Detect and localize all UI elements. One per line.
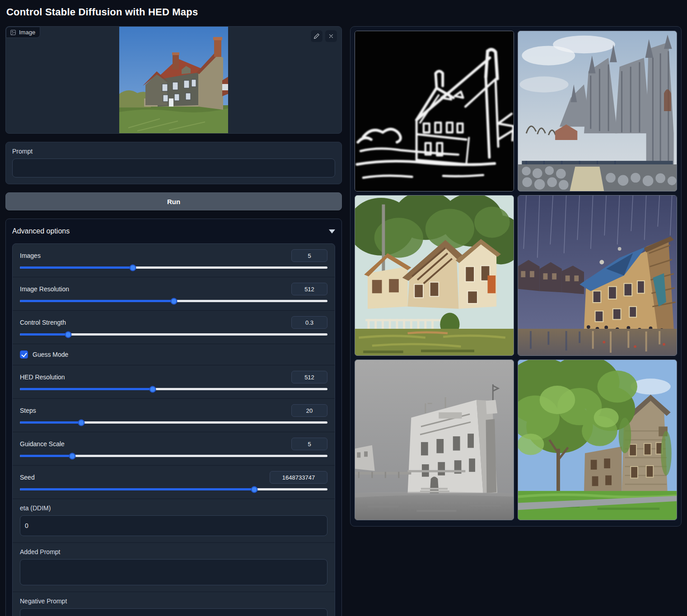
steps-value-input[interactable]: 20 [291,404,327,417]
steps-slider-track[interactable] [20,421,327,424]
hed-resolution-slider-label: HED Resolution [20,373,65,381]
uploaded-image[interactable] [6,27,341,133]
pencil-icon [313,33,320,39]
advanced-options-accordion: Advanced options Images 5 [5,219,342,616]
main-row: Image [5,26,682,616]
images-slider-fill [20,266,133,269]
page-title: Control Stable Diffusion with HED Maps [6,6,682,18]
prompt-input[interactable] [12,159,335,177]
image-component-label-text: Image [19,29,35,36]
negative-prompt-input[interactable] [20,608,327,616]
guidance-scale-value-input[interactable]: 5 [291,438,327,450]
control-strength-slider-handle[interactable] [65,331,71,338]
clear-image-button[interactable] [325,30,337,42]
slider-row-images: Images 5 [13,244,335,277]
cathedral-picture [518,31,677,191]
image-resolution-value-input[interactable]: 512 [291,283,327,295]
results-gallery [350,26,682,527]
grayscale-building-picture [355,360,514,520]
close-icon [328,33,334,39]
uploaded-image-picture [119,26,228,134]
seed-slider-fill [20,488,254,490]
image-upload-component[interactable]: Image [5,26,342,134]
eta-label: eta (DDIM) [20,504,327,512]
slider-row-seed: Seed 1648733747 [13,466,335,499]
added-prompt-input[interactable] [20,559,327,585]
stone-house-picture [518,360,677,520]
control-strength-slider-track[interactable] [20,333,327,336]
guidance-scale-slider-fill [20,455,72,457]
image-toolbar [311,30,337,42]
gallery-item-painted-house[interactable] [355,195,514,356]
control-strength-slider-label: Control Strength [20,319,66,326]
hed-resolution-slider-fill [20,388,153,390]
slider-row-control-strength: Control Strength 0.3 [13,311,335,344]
negative-prompt-label: Negative Prompt [20,597,327,605]
image-resolution-slider-track[interactable] [20,300,327,302]
steps-slider-label: Steps [20,407,36,414]
seed-value-input[interactable]: 1648733747 [270,471,327,484]
advanced-options-header[interactable]: Advanced options [12,219,335,243]
control-strength-value-input[interactable]: 0.3 [291,316,327,329]
gallery-grid [355,31,677,522]
slider-row-hed-resolution: HED Resolution 512 [13,365,335,399]
images-value-input[interactable]: 5 [291,249,327,262]
edit-image-button[interactable] [311,30,322,42]
gallery-item-grayscale-building[interactable] [355,359,514,520]
gallery-item-hed-map[interactable] [355,31,514,191]
images-slider-handle[interactable] [129,264,136,271]
negative-prompt-row: Negative Prompt [13,592,335,616]
added-prompt-row: Added Prompt [13,543,335,592]
guess-mode-checkbox[interactable] [20,350,28,359]
guess-mode-label: Guess Mode [33,351,68,358]
hed-resolution-slider-handle[interactable] [149,386,156,392]
slider-row-steps: Steps 20 [13,399,335,432]
image-icon [10,29,16,36]
steps-slider-fill [20,421,81,424]
gallery-item-cathedral[interactable] [518,31,677,191]
guess-mode-row: Guess Mode [13,344,335,365]
hed-resolution-slider-track[interactable] [20,388,327,390]
guidance-scale-slider-label: Guidance Scale [20,440,65,448]
app-root: Control Stable Diffusion with HED Maps I… [0,0,687,616]
hed-resolution-value-input[interactable]: 512 [291,371,327,383]
added-prompt-label: Added Prompt [20,548,327,555]
slider-row-guidance-scale: Guidance Scale 5 [13,432,335,466]
guidance-scale-slider-handle[interactable] [69,453,75,459]
image-resolution-slider-handle[interactable] [171,298,178,304]
prompt-block: Prompt [5,142,342,184]
image-component-label: Image [6,27,40,38]
prompt-label: Prompt [12,148,335,155]
advanced-options-form: Images 5 Image Resolution 512 [12,243,335,616]
advanced-options-title: Advanced options [12,227,70,235]
hed-map-picture [355,31,514,191]
eta-input[interactable]: 0 [20,515,327,536]
steps-slider-handle[interactable] [78,419,85,426]
guidance-scale-slider-track[interactable] [20,455,327,457]
eta-row: eta (DDIM) 0 [13,499,335,543]
control-strength-slider-fill [20,333,68,336]
rainy-street-picture [518,196,677,355]
chevron-down-icon [329,229,335,233]
seed-slider-label: Seed [20,474,35,481]
image-resolution-slider-fill [20,300,174,302]
seed-slider-track[interactable] [20,488,327,490]
seed-slider-handle[interactable] [251,486,257,493]
gallery-item-stone-house[interactable] [518,359,677,520]
left-column: Image [5,26,342,616]
slider-row-image-resolution: Image Resolution 512 [13,277,335,311]
images-slider-track[interactable] [20,266,327,269]
images-slider-label: Images [20,252,41,259]
image-resolution-slider-label: Image Resolution [20,285,69,293]
run-button[interactable]: Run [5,192,342,210]
gallery-item-rainy-street[interactable] [518,195,677,356]
painted-house-picture [355,196,514,355]
